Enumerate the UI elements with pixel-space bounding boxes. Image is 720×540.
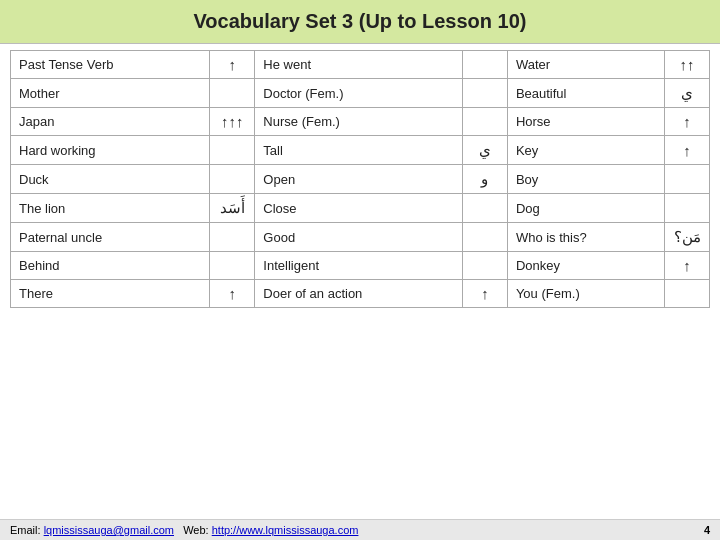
cell-label-5-1: Close [255,194,463,223]
table-row: Paternal uncleGoodWho is this?مَن؟ [11,223,710,252]
cell-label-5-2: Dog [507,194,664,223]
email-label: Email: [10,524,41,536]
cell-arabic-5-1 [462,194,507,223]
cell-arabic-1-0 [210,79,255,108]
cell-arabic-4-2 [665,165,710,194]
cell-arabic-5-0: أَسَد [210,194,255,223]
cell-arabic-0-2: ↑↑ [665,51,710,79]
cell-label-1-0: Mother [11,79,210,108]
table-area: Past Tense Verb↑He wentWater↑↑MotherDoct… [0,44,720,519]
cell-arabic-5-2 [665,194,710,223]
cell-label-6-0: Paternal uncle [11,223,210,252]
cell-label-8-2: You (Fem.) [507,280,664,308]
cell-arabic-6-1 [462,223,507,252]
email-link[interactable]: lqmississauga@gmail.com [44,524,174,536]
table-row: Hard workingTallيKey↑ [11,136,710,165]
cell-label-0-0: Past Tense Verb [11,51,210,79]
table-row: DuckOpenوBoy [11,165,710,194]
cell-label-4-2: Boy [507,165,664,194]
table-row: The lionأَسَدCloseDog [11,194,710,223]
cell-label-7-2: Donkey [507,252,664,280]
cell-label-3-0: Hard working [11,136,210,165]
page-title: Vocabulary Set 3 (Up to Lesson 10) [0,0,720,44]
cell-arabic-2-2: ↑ [665,108,710,136]
cell-label-6-1: Good [255,223,463,252]
cell-arabic-7-2: ↑ [665,252,710,280]
cell-label-5-0: The lion [11,194,210,223]
cell-arabic-0-0: ↑ [210,51,255,79]
cell-label-1-2: Beautiful [507,79,664,108]
cell-arabic-7-0 [210,252,255,280]
cell-label-4-1: Open [255,165,463,194]
web-link[interactable]: http://www.lqmississauga.com [212,524,359,536]
cell-arabic-7-1 [462,252,507,280]
cell-arabic-1-2: ي [665,79,710,108]
cell-label-0-2: Water [507,51,664,79]
table-row: Japan↑↑↑Nurse (Fem.)Horse↑ [11,108,710,136]
cell-label-8-1: Doer of an action [255,280,463,308]
footer: Email: lqmississauga@gmail.com Web: http… [0,519,720,540]
cell-label-2-0: Japan [11,108,210,136]
cell-arabic-3-0 [210,136,255,165]
cell-label-2-2: Horse [507,108,664,136]
web-label: Web: [183,524,208,536]
table-row: BehindIntelligentDonkey↑ [11,252,710,280]
table-row: There↑Doer of an action↑You (Fem.) [11,280,710,308]
cell-arabic-3-2: ↑ [665,136,710,165]
page: Vocabulary Set 3 (Up to Lesson 10) Past … [0,0,720,540]
cell-arabic-2-1 [462,108,507,136]
cell-label-7-1: Intelligent [255,252,463,280]
cell-arabic-4-0 [210,165,255,194]
table-row: Past Tense Verb↑He wentWater↑↑ [11,51,710,79]
cell-arabic-1-1 [462,79,507,108]
cell-arabic-2-0: ↑↑↑ [210,108,255,136]
cell-arabic-3-1: ي [462,136,507,165]
cell-label-0-1: He went [255,51,463,79]
cell-arabic-8-1: ↑ [462,280,507,308]
page-number: 4 [704,524,710,536]
cell-label-7-0: Behind [11,252,210,280]
cell-label-3-2: Key [507,136,664,165]
cell-label-3-1: Tall [255,136,463,165]
table-row: MotherDoctor (Fem.)Beautifulي [11,79,710,108]
cell-label-1-1: Doctor (Fem.) [255,79,463,108]
cell-label-8-0: There [11,280,210,308]
vocabulary-table: Past Tense Verb↑He wentWater↑↑MotherDoct… [10,50,710,308]
cell-label-6-2: Who is this? [507,223,664,252]
cell-arabic-6-2: مَن؟ [665,223,710,252]
cell-arabic-8-2 [665,280,710,308]
cell-label-4-0: Duck [11,165,210,194]
cell-arabic-6-0 [210,223,255,252]
cell-label-2-1: Nurse (Fem.) [255,108,463,136]
cell-arabic-0-1 [462,51,507,79]
footer-contact: Email: lqmississauga@gmail.com Web: http… [10,524,358,536]
cell-arabic-8-0: ↑ [210,280,255,308]
cell-arabic-4-1: و [462,165,507,194]
